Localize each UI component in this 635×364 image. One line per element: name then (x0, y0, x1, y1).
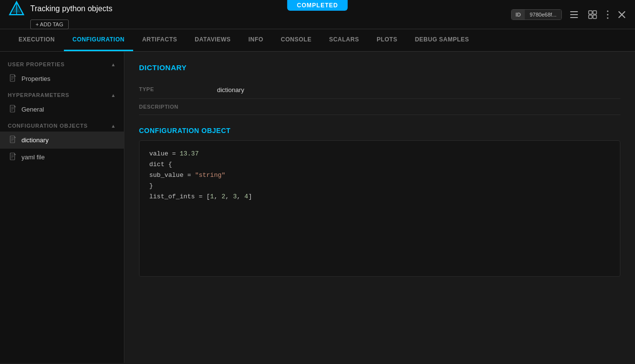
sidebar-section-label: USER PROPERTIES (8, 61, 65, 67)
app-title: Tracking python objects (30, 4, 112, 13)
id-value: 9780e68f... (525, 10, 561, 19)
file-icon (10, 153, 17, 162)
svg-marker-20 (14, 75, 16, 77)
tabs-bar: EXECUTIONCONFIGURATIONARTIFACTSDATAVIEWS… (0, 29, 635, 52)
content-area: DICTIONARY TYPE dictionary DESCRIPTION C… (124, 52, 635, 363)
sidebar-item-yaml-file[interactable]: yaml file (0, 149, 124, 166)
chevron-icon: ▲ (111, 123, 116, 129)
svg-point-13 (607, 17, 609, 19)
svg-rect-5 (570, 14, 578, 15)
tab-console[interactable]: CONSOLE (272, 29, 320, 51)
id-label: ID (512, 10, 525, 19)
file-icon (10, 74, 17, 83)
tab-dataviews[interactable]: DATAVIEWS (186, 29, 239, 51)
svg-marker-30 (14, 136, 16, 138)
grid-view-button[interactable] (586, 8, 599, 21)
svg-rect-4 (570, 11, 578, 12)
sidebar-section-label: HYPERPARAMETERS (8, 92, 69, 98)
svg-marker-35 (14, 153, 16, 155)
svg-point-12 (607, 14, 609, 15)
close-icon (618, 11, 625, 18)
svg-rect-8 (593, 11, 596, 14)
tab-scalars[interactable]: SCALARS (320, 29, 368, 51)
svg-marker-25 (14, 105, 16, 107)
add-tag-button[interactable]: + ADD TAG (30, 19, 69, 29)
sidebar-item-label: yaml file (21, 153, 45, 161)
sidebar-section-label: CONFIGURATION OBJECTS (8, 123, 88, 129)
app-info: Tracking python objects + ADD TAG (8, 0, 112, 29)
sidebar-item-label: Properties (21, 75, 50, 82)
id-badge: ID 9780e68f... (511, 9, 562, 20)
list-view-button[interactable] (568, 8, 580, 21)
top-bar: Tracking python objects + ADD TAG COMPLE… (0, 0, 635, 29)
sidebar-item-properties[interactable]: Properties (0, 70, 124, 87)
status-badge: COMPLETED (287, 0, 348, 11)
tab-execution[interactable]: EXECUTION (10, 29, 64, 51)
chevron-icon: ▲ (111, 62, 116, 67)
sidebar-item-dictionary[interactable]: dictionary (0, 132, 124, 149)
sidebar-section-hyperparameters[interactable]: HYPERPARAMETERS▲ (0, 87, 124, 101)
config-code-block: value = 13.37dict { sub_value = "string"… (139, 140, 620, 277)
dictionary-info-table: TYPE dictionary DESCRIPTION (139, 81, 620, 115)
sidebar-item-label: dictionary (21, 136, 49, 144)
svg-rect-10 (593, 15, 596, 19)
dictionary-section-title: DICTIONARY (139, 63, 620, 72)
type-value: dictionary (217, 81, 620, 99)
app-logo: Tracking python objects (8, 0, 112, 18)
code-line: } (149, 181, 610, 192)
sidebar-section-user-properties[interactable]: USER PROPERTIES▲ (0, 57, 124, 70)
chevron-icon: ▲ (111, 93, 116, 98)
svg-rect-6 (570, 17, 578, 18)
sidebar-item-label: General (21, 106, 44, 113)
grid-icon (588, 10, 597, 19)
code-line: dict { (149, 159, 610, 170)
type-label: TYPE (139, 81, 217, 99)
more-options-button[interactable] (605, 8, 611, 21)
top-bar-right: ID 9780e68f... (511, 8, 627, 21)
ellipsis-vertical-icon (607, 10, 609, 19)
file-icon (10, 135, 17, 145)
close-button[interactable] (616, 9, 627, 20)
code-line: sub_value = "string" (149, 170, 610, 181)
sidebar-section-configuration-objects[interactable]: CONFIGURATION OBJECTS▲ (0, 118, 124, 132)
code-line: list_of_ints = [1, 2, 3, 4] (149, 192, 610, 202)
description-row: DESCRIPTION (139, 99, 620, 115)
sidebar: USER PROPERTIES▲ Properties HYPERPARAMET… (0, 52, 124, 363)
tab-info[interactable]: INFO (239, 29, 272, 51)
description-value (217, 99, 620, 115)
sidebar-item-general[interactable]: General (0, 101, 124, 118)
tab-debug_samples[interactable]: DEBUG SAMPLES (406, 29, 478, 51)
config-object-title: CONFIGURATION OBJECT (139, 127, 620, 134)
svg-rect-9 (589, 15, 592, 19)
svg-rect-7 (589, 11, 592, 14)
tab-plots[interactable]: PLOTS (368, 29, 406, 51)
main-layout: USER PROPERTIES▲ Properties HYPERPARAMET… (0, 52, 635, 363)
file-icon (10, 105, 17, 114)
list-icon (570, 10, 578, 19)
logo-icon (8, 0, 25, 18)
tab-artifacts[interactable]: ARTIFACTS (133, 29, 186, 51)
tab-configuration[interactable]: CONFIGURATION (64, 29, 134, 51)
type-row: TYPE dictionary (139, 81, 620, 99)
svg-point-11 (607, 10, 609, 12)
description-label: DESCRIPTION (139, 99, 217, 115)
code-line: value = 13.37 (149, 149, 610, 159)
